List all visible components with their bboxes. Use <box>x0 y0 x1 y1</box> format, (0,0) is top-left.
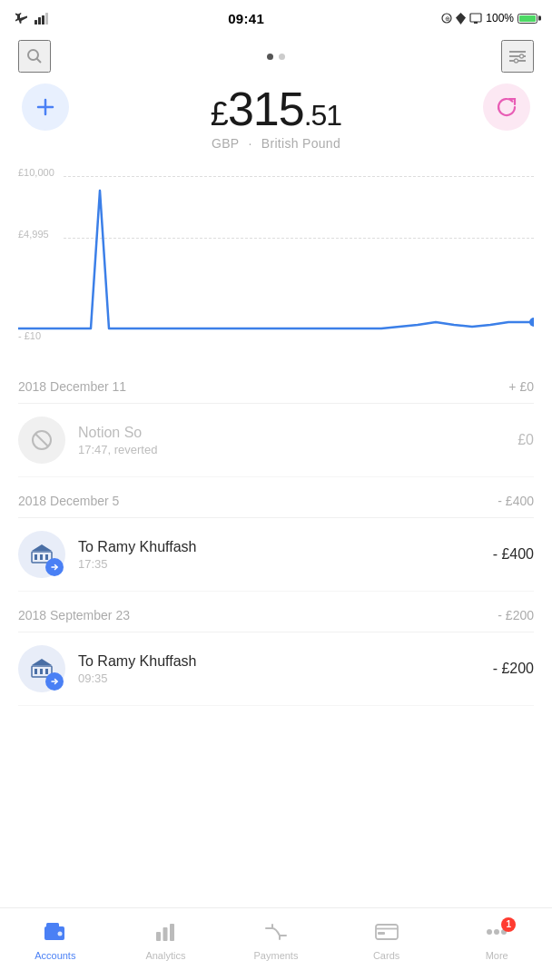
search-icon <box>25 47 44 65</box>
refresh-icon <box>496 96 518 118</box>
svg-rect-31 <box>45 669 48 674</box>
lock-icon: ⊕ <box>441 13 452 24</box>
tx-name-ramy-dec: To Ramy Khuffash <box>78 539 493 555</box>
tx-name-ramy-sep: To Ramy Khuffash <box>78 653 493 670</box>
analytics-icon <box>155 923 175 946</box>
svg-line-10 <box>37 59 42 64</box>
date-amount-dec11: + £0 <box>508 379 534 394</box>
add-button[interactable] <box>22 83 69 131</box>
tx-name-notion: Notion So <box>78 425 518 441</box>
svg-rect-24 <box>34 554 37 560</box>
svg-rect-37 <box>163 927 168 941</box>
svg-point-43 <box>494 929 499 935</box>
svg-rect-3 <box>45 13 48 24</box>
svg-point-9 <box>28 50 38 60</box>
transactions-list: 2018 December 11 + £0 Notion So 17:47, r… <box>0 363 552 706</box>
tx-amount-notion: £0 <box>518 432 534 448</box>
nav-label-accounts: Accounts <box>34 950 75 961</box>
currency-symbol: £ <box>211 95 228 132</box>
bottom-nav: Accounts Analytics Payments <box>0 907 552 980</box>
search-button[interactable] <box>18 40 51 73</box>
tx-time-ramy-dec: 17:35 <box>78 557 493 571</box>
svg-marker-6 <box>456 13 466 24</box>
nav-item-accounts[interactable]: Accounts <box>0 908 111 980</box>
nav-item-cards[interactable]: Cards <box>331 908 442 980</box>
tx-details-notion: Notion So 17:47, reverted <box>78 425 518 456</box>
nav-item-analytics[interactable]: Analytics <box>111 908 222 980</box>
status-right: ⊕ 100% <box>441 12 537 24</box>
battery-icon <box>518 14 537 24</box>
svg-line-22 <box>35 434 48 446</box>
chart-container: £10,000 £4,995 - £10 <box>0 163 552 363</box>
date-group-dec5: 2018 December 5 - £400 <box>18 477 534 518</box>
battery-percent: 100% <box>486 12 514 24</box>
accounts-icon <box>44 923 66 946</box>
transfer-icon <box>265 923 287 941</box>
tx-icon-reverted <box>18 416 65 464</box>
nav-label-cards: Cards <box>373 950 399 961</box>
date-group-sep23: 2018 September 23 - £200 <box>18 592 534 632</box>
nav-item-payments[interactable]: Payments <box>221 908 331 980</box>
transaction-ramy-sep[interactable]: To Ramy Khuffash 09:35 - £200 <box>18 632 534 706</box>
nav-label-analytics: Analytics <box>145 950 185 961</box>
svg-rect-0 <box>34 20 37 24</box>
date-label-dec11: 2018 December 11 <box>18 379 126 394</box>
balance-section: £315.51 GBP · British Pound <box>0 76 552 154</box>
transaction-ramy-dec[interactable]: To Ramy Khuffash 17:35 - £400 <box>18 518 534 592</box>
refresh-button[interactable] <box>483 83 530 131</box>
svg-rect-25 <box>40 554 43 560</box>
date-group-dec11: 2018 December 11 + £0 <box>18 363 534 404</box>
svg-rect-7 <box>470 14 481 22</box>
page-dot-1 <box>267 54 273 60</box>
tx-details-ramy-sep: To Ramy Khuffash 09:35 <box>78 653 493 685</box>
airplane-icon <box>15 12 29 24</box>
wallet-icon <box>44 923 66 941</box>
transaction-notion-so[interactable]: Notion So 17:47, reverted £0 <box>18 404 534 477</box>
date-label-sep23: 2018 September 23 <box>18 608 130 622</box>
top-nav <box>0 33 552 76</box>
tx-icon-transfer-sep <box>18 645 65 692</box>
page-dot-2 <box>279 54 285 60</box>
balance-whole: 315 <box>228 83 304 135</box>
svg-text:⊕: ⊕ <box>445 15 450 22</box>
svg-rect-36 <box>156 932 161 941</box>
nav-item-more[interactable]: 1 More <box>441 908 552 980</box>
svg-rect-8 <box>474 22 478 24</box>
card-icon <box>375 923 399 941</box>
svg-point-14 <box>520 54 524 58</box>
date-label-dec5: 2018 December 5 <box>18 494 119 508</box>
arrow-right-icon <box>50 563 59 572</box>
status-time: 09:41 <box>228 11 264 26</box>
date-amount-dec5: - £400 <box>498 494 534 508</box>
chart-svg <box>18 181 534 345</box>
status-left <box>15 12 51 24</box>
svg-rect-1 <box>38 17 41 24</box>
arrow-right-icon-2 <box>50 677 59 686</box>
svg-rect-34 <box>46 923 59 927</box>
cards-icon <box>375 923 399 946</box>
svg-point-42 <box>487 929 492 935</box>
filter-button[interactable] <box>501 40 534 73</box>
page-indicator <box>267 54 285 60</box>
tx-icon-transfer-dec <box>18 531 65 578</box>
tx-amount-ramy-sep: - £200 <box>493 661 534 677</box>
bar-chart-icon <box>155 923 175 941</box>
svg-rect-29 <box>34 669 37 674</box>
location-icon <box>456 13 466 24</box>
svg-point-17 <box>515 59 518 63</box>
svg-rect-30 <box>40 669 43 674</box>
tx-details-ramy-dec: To Ramy Khuffash 17:35 <box>78 539 493 571</box>
chart-label-top: £10,000 <box>18 167 54 178</box>
currency-label: GBP · British Pound <box>212 136 340 151</box>
balance-cents: .51 <box>304 99 341 132</box>
currency-name: British Pound <box>261 136 340 151</box>
transfer-arrow-dec <box>45 558 64 576</box>
svg-point-35 <box>57 931 62 936</box>
date-amount-sep23: - £200 <box>498 608 534 622</box>
svg-rect-38 <box>170 924 174 941</box>
currency-code: GBP <box>212 136 239 151</box>
svg-marker-32 <box>32 659 52 665</box>
svg-marker-27 <box>32 544 52 551</box>
filter-icon <box>508 48 527 64</box>
tx-time-notion: 17:47, reverted <box>78 443 518 456</box>
